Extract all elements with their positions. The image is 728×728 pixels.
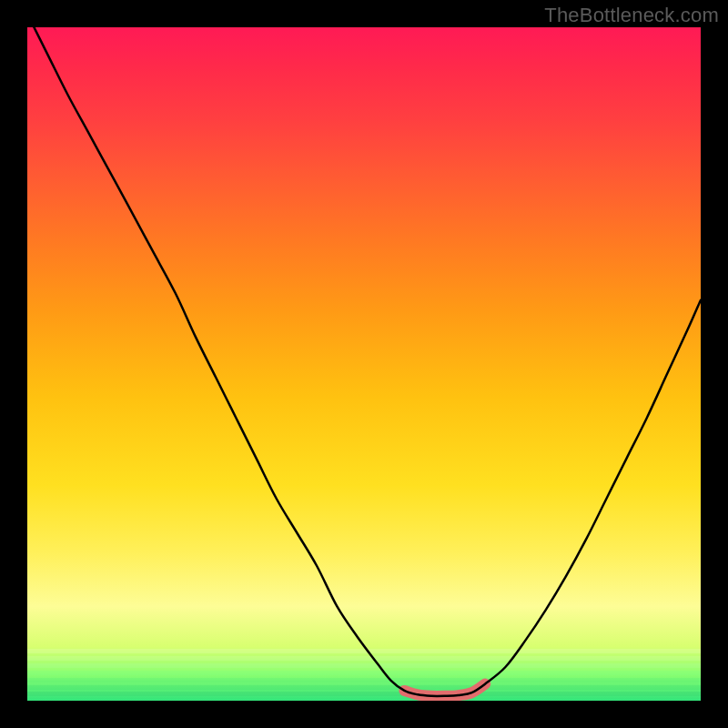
chart-frame: TheBottleneck.com <box>0 0 728 728</box>
watermark-text: TheBottleneck.com <box>544 4 719 27</box>
plot-area <box>27 27 701 701</box>
bottleneck-curve <box>27 27 701 696</box>
curve-svg <box>27 27 701 701</box>
